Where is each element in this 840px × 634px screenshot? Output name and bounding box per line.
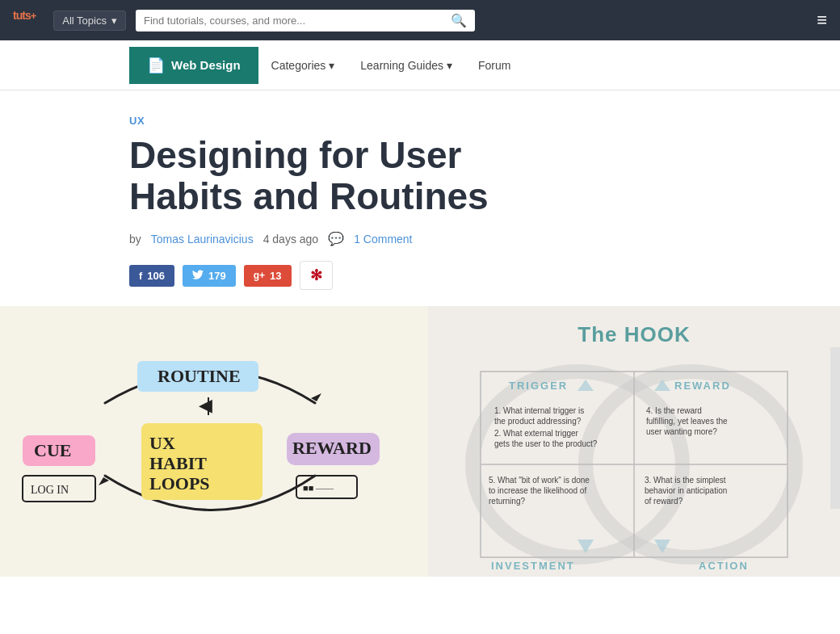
svg-text:of reward?: of reward? <box>645 497 683 506</box>
hook-title: The HOOK <box>428 306 840 355</box>
social-share-row: f 106 179 g+ 13 ✻ <box>129 261 711 290</box>
svg-text:UX: UX <box>149 433 175 453</box>
top-navigation: tuts+ All Topics ▾ 🔍 ≡ <box>0 0 840 40</box>
scrollbar[interactable] <box>830 347 840 509</box>
chevron-down-icon: ▾ <box>111 15 117 27</box>
svg-text:3. What is the simplest: 3. What is the simplest <box>645 476 726 485</box>
title-line1: Designing for User <box>129 134 462 176</box>
facebook-share-button[interactable]: f 106 <box>129 265 174 287</box>
date: 4 days ago <box>263 233 319 246</box>
forum-link[interactable]: Forum <box>465 40 523 90</box>
svg-text:LOOPS: LOOPS <box>149 473 210 493</box>
title-line2: Habits and Routines <box>129 175 489 217</box>
googleplus-count: 13 <box>270 270 281 282</box>
svg-text:■■ ——: ■■ —— <box>303 483 334 493</box>
pinterest-share-button[interactable]: ✻ <box>300 261 333 290</box>
logo-plus: + <box>31 10 36 22</box>
chevron-down-icon: ▾ <box>329 59 334 72</box>
svg-text:behavior in anticipation: behavior in anticipation <box>645 486 727 495</box>
search-input[interactable] <box>144 15 446 27</box>
svg-text:user wanting more?: user wanting more? <box>646 427 717 436</box>
svg-text:REWARD: REWARD <box>292 438 372 458</box>
svg-text:2. What external trigger: 2. What external trigger <box>494 429 579 438</box>
comment-icon: 💬 <box>328 231 344 246</box>
learning-guides-menu[interactable]: Learning Guides ▾ <box>347 40 465 90</box>
forum-label: Forum <box>478 59 510 72</box>
logo[interactable]: tuts+ <box>13 9 36 31</box>
googleplus-share-button[interactable]: g+ 13 <box>244 265 292 287</box>
svg-text:REWARD: REWARD <box>674 380 731 392</box>
svg-text:ACTION: ACTION <box>699 560 749 572</box>
hook-diagram-panel: The HOOK TRIGGER REWARD INVESTMENT <box>428 306 840 577</box>
svg-text:4. Is the reward: 4. Is the reward <box>646 406 702 415</box>
web-design-label: Web Design <box>171 58 241 72</box>
twitter-share-button[interactable]: 179 <box>183 265 236 287</box>
pinterest-icon: ✻ <box>310 267 322 284</box>
googleplus-icon: g+ <box>254 270 265 281</box>
web-design-icon: 📄 <box>147 57 165 74</box>
comment-link[interactable]: 1 Comment <box>354 233 412 246</box>
svg-text:fulfilling, yet leaves the: fulfilling, yet leaves the <box>646 417 728 426</box>
svg-text:returning?: returning? <box>489 497 525 506</box>
svg-text:INVESTMENT: INVESTMENT <box>491 560 575 572</box>
svg-text:LOG IN: LOG IN <box>31 484 69 496</box>
article-title: Designing for User Habits and Routines <box>129 135 711 216</box>
by-label: by <box>129 233 141 246</box>
svg-text:the product addressing?: the product addressing? <box>494 417 582 426</box>
search-icon[interactable]: 🔍 <box>451 13 467 28</box>
svg-text:HABIT: HABIT <box>149 453 207 473</box>
chevron-down-icon: ▾ <box>447 59 452 72</box>
svg-text:to increase the likelihood of: to increase the likelihood of <box>489 486 586 495</box>
category-tag[interactable]: UX <box>129 115 711 127</box>
svg-marker-25 <box>578 380 594 391</box>
learning-guides-label: Learning Guides <box>360 59 443 72</box>
topic-label: All Topics <box>62 15 107 27</box>
web-design-button[interactable]: 📄 Web Design <box>129 47 258 84</box>
svg-text:TRIGGER: TRIGGER <box>509 380 568 392</box>
author-link[interactable]: Tomas Laurinavicius <box>151 233 254 246</box>
search-bar: 🔍 <box>136 10 475 31</box>
hand-drawn-illustration: ROUTINE ◀ UX HABIT LOOPS CUE LOG IN REWA… <box>0 306 428 577</box>
twitter-count: 179 <box>208 270 226 282</box>
facebook-count: 106 <box>147 270 165 282</box>
svg-text:◀: ◀ <box>199 395 212 415</box>
svg-text:gets the user to the product?: gets the user to the product? <box>494 439 598 448</box>
categories-menu[interactable]: Categories ▾ <box>258 40 348 90</box>
facebook-icon: f <box>139 270 142 282</box>
twitter-icon <box>192 270 204 282</box>
svg-text:5. What "bit of work" is done: 5. What "bit of work" is done <box>489 476 590 485</box>
article-images-row: ROUTINE ◀ UX HABIT LOOPS CUE LOG IN REWA… <box>0 306 840 577</box>
article-meta: by Tomas Laurinavicius 4 days ago 💬 1 Co… <box>129 231 711 246</box>
svg-text:1. What internal trigger is: 1. What internal trigger is <box>494 406 584 415</box>
topic-dropdown[interactable]: All Topics ▾ <box>53 10 126 31</box>
svg-text:ROUTINE: ROUTINE <box>158 366 241 386</box>
hamburger-menu[interactable]: ≡ <box>817 11 827 29</box>
article-content: UX Designing for User Habits and Routine… <box>0 90 840 290</box>
secondary-navigation: 📄 Web Design Categories ▾ Learning Guide… <box>0 40 840 90</box>
svg-text:CUE: CUE <box>34 440 71 460</box>
categories-label: Categories <box>271 59 326 72</box>
